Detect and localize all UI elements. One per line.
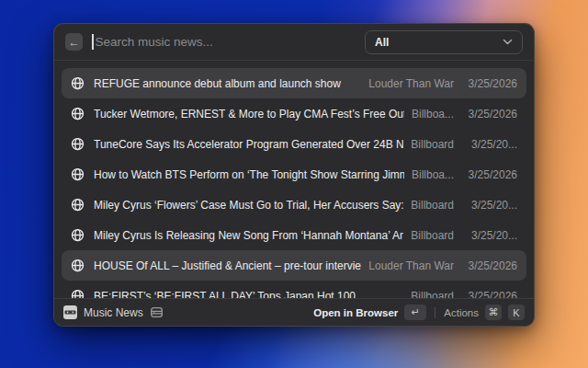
article-source: Billboa...	[412, 108, 454, 121]
disk-icon	[150, 305, 164, 319]
article-source: Billboard	[411, 290, 454, 299]
desktop-wallpaper: { "colors": { "panel": "#2b2b2d", "row_h…	[0, 0, 588, 368]
news-list-item[interactable]: REFUGE announce debut album and launch s…	[62, 68, 526, 98]
article-date: 3/25/20...	[466, 199, 517, 212]
globe-icon	[71, 137, 85, 151]
chevron-down-icon	[503, 39, 513, 45]
globe-icon	[71, 259, 85, 272]
article-source: Louder Than War	[368, 77, 454, 90]
music-news-app-icon	[63, 305, 77, 319]
globe-icon	[71, 167, 85, 181]
open-in-browser-label[interactable]: Open in Browser	[313, 307, 398, 318]
article-source: Billboard	[411, 199, 454, 212]
article-title: BE:FIRST’s ‘BE:FIRST ALL DAY’ Tops Japan…	[94, 290, 403, 299]
search-header: ← All	[54, 24, 534, 61]
news-list-item[interactable]: Miley Cyrus Is Releasing New Song From ‘…	[62, 220, 526, 250]
article-date: 3/25/20...	[466, 229, 517, 242]
footer-divider	[435, 307, 435, 318]
k-key-icon: K	[508, 305, 525, 320]
article-date: 3/25/20...	[466, 138, 517, 151]
back-arrow-icon: ←	[69, 36, 80, 49]
article-date: 3/25/2026	[466, 108, 517, 121]
footer-actions: Open in Browser ↵ Actions ⌘ K	[313, 305, 525, 320]
news-results-list: REFUGE announce debut album and launch s…	[54, 61, 534, 298]
news-list-item[interactable]: Tucker Wetmore, ERNEST & More to Play CM…	[62, 98, 526, 129]
article-date: 3/25/2026	[466, 259, 517, 272]
extension-name: Music News	[84, 306, 143, 319]
article-title: TuneCore Says Its Accelerator Program Ge…	[94, 138, 403, 151]
article-title: How to Watch BTS Perform on ‘The Tonight…	[94, 168, 404, 181]
globe-icon	[71, 107, 85, 121]
article-title: REFUGE announce debut album and launch s…	[94, 77, 361, 90]
globe-icon	[71, 198, 85, 212]
category-dropdown[interactable]: All	[365, 30, 523, 54]
article-date: 3/25/2026	[466, 77, 517, 90]
article-title: Miley Cyrus Is Releasing New Song From ‘…	[94, 229, 403, 242]
article-source: Billboard	[411, 229, 454, 242]
return-key-icon: ↵	[404, 305, 426, 320]
article-date: 3/25/2026	[466, 290, 517, 299]
article-source: Billboard	[411, 138, 454, 151]
news-list-item[interactable]: BE:FIRST’s ‘BE:FIRST ALL DAY’ Tops Japan…	[62, 281, 526, 298]
command-key-icon: ⌘	[485, 305, 502, 320]
footer-bar: Music News Open in Browser ↵ Actions ⌘ K	[54, 298, 534, 326]
news-list-item[interactable]: How to Watch BTS Perform on ‘The Tonight…	[62, 159, 526, 190]
globe-icon	[71, 289, 85, 298]
category-dropdown-value: All	[375, 36, 503, 49]
search-window: ← All REFUGE announce debut album and la…	[53, 23, 535, 327]
globe-icon	[71, 228, 85, 242]
news-list-item[interactable]: Miley Cyrus ‘Flowers’ Case Must Go to Tr…	[62, 190, 526, 220]
article-title: HOUSE Of ALL – Justified & Ancient – pre…	[94, 259, 361, 272]
actions-button[interactable]: Actions	[444, 307, 479, 318]
back-button[interactable]: ←	[65, 33, 83, 51]
article-source: Billboa...	[412, 168, 454, 181]
search-input[interactable]	[94, 35, 356, 49]
news-list-item[interactable]: HOUSE Of ALL – Justified & Ancient – pre…	[62, 250, 526, 281]
article-date: 3/25/2026	[466, 168, 517, 181]
globe-icon	[71, 76, 85, 90]
article-source: Louder Than War	[368, 259, 454, 272]
news-list-item[interactable]: TuneCore Says Its Accelerator Program Ge…	[62, 129, 526, 159]
article-title: Tucker Wetmore, ERNEST & More to Play CM…	[94, 108, 404, 121]
article-title: Miley Cyrus ‘Flowers’ Case Must Go to Tr…	[94, 199, 403, 212]
